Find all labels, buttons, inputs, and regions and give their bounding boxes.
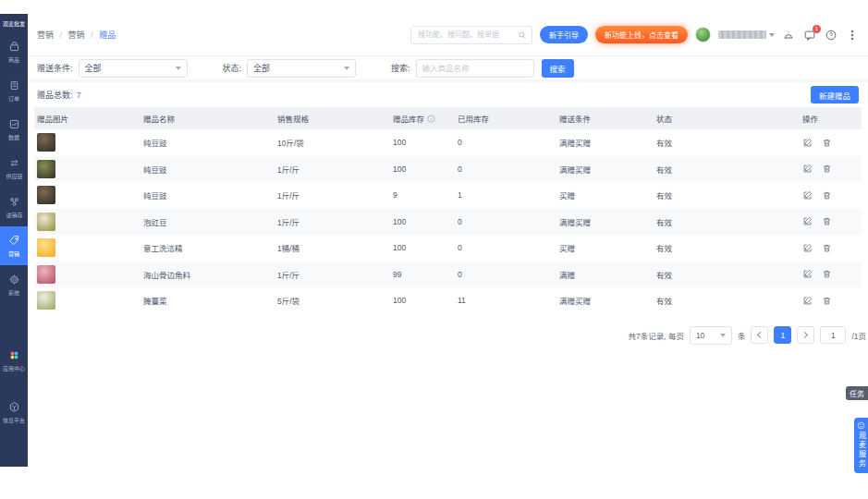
sidebar-nav: 商品 订单 数据 供应链 进销存	[0, 32, 28, 304]
delete-button[interactable]	[822, 296, 832, 306]
filter-bar: 赠送条件: 全部 状态: 全部 搜索: 搜索	[28, 56, 868, 82]
main-area: 营销 / 营销 / 赠品 新手引导 新功能上线，点击查看	[28, 14, 868, 467]
service-tab-label: 观麦服务	[858, 432, 865, 469]
table-header: 赠品图片 赠品名称 销售规格 赠品库存 已用库存 赠送条件 状态 操作	[34, 107, 862, 129]
table-row: 腌薹菜 5斤/袋 100 11 满赠买赠 有效	[34, 287, 862, 314]
sidebar-item-data[interactable]: 数据	[0, 110, 28, 149]
pagination-total: 共7条记录, 每页	[628, 330, 683, 341]
chevron-down-icon	[176, 67, 181, 70]
global-search-input[interactable]	[416, 30, 518, 40]
column-header: 赠品名称	[143, 113, 277, 124]
tag-icon	[8, 235, 20, 247]
edit-button[interactable]	[802, 190, 813, 201]
edit-button[interactable]	[802, 216, 813, 226]
sidebar-item-info-platform[interactable]: 信息平台	[0, 391, 28, 433]
hexagon-y-icon	[8, 401, 20, 413]
promo-button[interactable]: 新功能上线，点击查看	[595, 26, 688, 43]
search-icon	[518, 30, 527, 40]
prev-page-button[interactable]	[751, 326, 768, 344]
gift-status: 有效	[656, 189, 802, 201]
sidebar-item-label: 进销存	[6, 210, 22, 218]
edit-button[interactable]	[802, 269, 813, 279]
delete-button[interactable]	[822, 138, 832, 148]
breadcrumb-item[interactable]: 营销	[37, 30, 54, 40]
gift-spec: 1桶/桶	[277, 242, 393, 253]
more-menu-button[interactable]	[846, 29, 859, 42]
edit-button[interactable]	[802, 243, 813, 253]
info-icon[interactable]	[427, 115, 435, 123]
gift-name: 泡豇豆	[143, 216, 277, 227]
status-select[interactable]: 全部	[247, 59, 356, 78]
page-jump-input[interactable]	[820, 326, 846, 344]
toolbar-icons: 1	[782, 29, 859, 42]
edit-button[interactable]	[802, 164, 813, 174]
service-tab[interactable]: 观麦服务	[854, 418, 868, 473]
sidebar-item-system[interactable]: 系统	[0, 265, 28, 304]
table-row: 纯豆豉 1斤/斤 100 0 满赠买赠 有效	[34, 156, 862, 183]
gift-image	[37, 186, 55, 204]
top-bar: 营销 / 营销 / 赠品 新手引导 新功能上线，点击查看	[28, 14, 868, 56]
help-button[interactable]	[825, 29, 837, 42]
edit-button[interactable]	[802, 296, 813, 306]
breadcrumb-current: 赠品	[99, 30, 116, 40]
next-page-button[interactable]	[797, 326, 814, 344]
gift-condition: 满赠买赠	[559, 216, 656, 227]
per-page-value: 10	[696, 331, 704, 340]
sidebar-item-label: 供应链	[6, 171, 22, 179]
kebab-icon	[846, 29, 859, 42]
app-window: 观麦批发 商品 订单 数据 供应链	[0, 14, 868, 467]
delete-button[interactable]	[822, 190, 832, 201]
per-page-unit: 条	[738, 330, 746, 341]
delete-button[interactable]	[822, 243, 832, 253]
question-icon	[825, 29, 837, 42]
row-actions	[802, 296, 862, 306]
task-tag[interactable]: 任务	[846, 386, 868, 400]
service-bell-button[interactable]	[782, 29, 795, 42]
row-actions	[802, 243, 862, 253]
sidebar-item-orders[interactable]: 订单	[0, 71, 28, 110]
status-filter-label: 状态:	[223, 62, 242, 74]
gift-stock: 100	[393, 164, 458, 174]
gift-name: 海山骨边角料	[143, 269, 277, 280]
sidebar-item-label: 应用中心	[3, 363, 25, 371]
table-row: 意工洗洁精 1桶/桶 100 0 买赠 有效	[34, 235, 862, 262]
avatar[interactable]	[695, 27, 711, 43]
account-menu[interactable]	[718, 30, 775, 39]
delete-button[interactable]	[822, 164, 832, 174]
sidebar: 观麦批发 商品 订单 数据 供应链	[0, 14, 28, 467]
table-row: 泡豇豆 1斤/斤 100 0 满赠买赠 有效	[34, 209, 862, 236]
create-gift-button[interactable]: 新建赠品	[811, 86, 859, 103]
sidebar-item-marketing[interactable]: 营销	[0, 226, 28, 265]
chevron-right-icon	[801, 332, 808, 338]
sidebar-bottom: 应用中心 信息平台	[0, 339, 28, 433]
delete-button[interactable]	[822, 269, 832, 279]
account-name-masked	[718, 30, 766, 39]
smiley-icon	[857, 421, 865, 430]
gift-condition: 满赠	[559, 269, 656, 280]
edit-button[interactable]	[802, 138, 813, 148]
breadcrumb-item[interactable]: 营销	[68, 30, 85, 40]
sidebar-item-goods[interactable]: 商品	[0, 32, 28, 71]
condition-select-value: 全部	[85, 62, 102, 74]
delete-button[interactable]	[822, 216, 832, 226]
condition-filter-label: 赠送条件:	[37, 62, 73, 74]
messages-button[interactable]: 1	[803, 29, 816, 42]
sidebar-item-inventory[interactable]: 进销存	[0, 188, 28, 226]
search-button[interactable]: 搜索	[542, 59, 574, 78]
app-logo: 观麦批发	[0, 14, 28, 32]
gift-used-stock: 0	[458, 243, 559, 252]
sidebar-item-app-center[interactable]: 应用中心	[0, 339, 28, 382]
guide-button[interactable]: 新手引导	[540, 26, 588, 43]
current-page-button[interactable]: 1	[774, 326, 791, 344]
gift-stock: 99	[393, 270, 458, 279]
gift-condition: 满赠买赠	[559, 164, 656, 175]
per-page-select[interactable]: 10	[690, 326, 732, 345]
gift-spec: 10斤/袋	[277, 137, 393, 148]
gift-stock: 100	[393, 243, 458, 252]
column-header: 赠品库存	[393, 113, 458, 124]
condition-select[interactable]: 全部	[79, 59, 188, 78]
product-search-input[interactable]	[416, 59, 534, 78]
global-search[interactable]	[410, 26, 532, 44]
sidebar-item-supply-chain[interactable]: 供应链	[0, 149, 28, 188]
gift-image	[37, 265, 55, 284]
